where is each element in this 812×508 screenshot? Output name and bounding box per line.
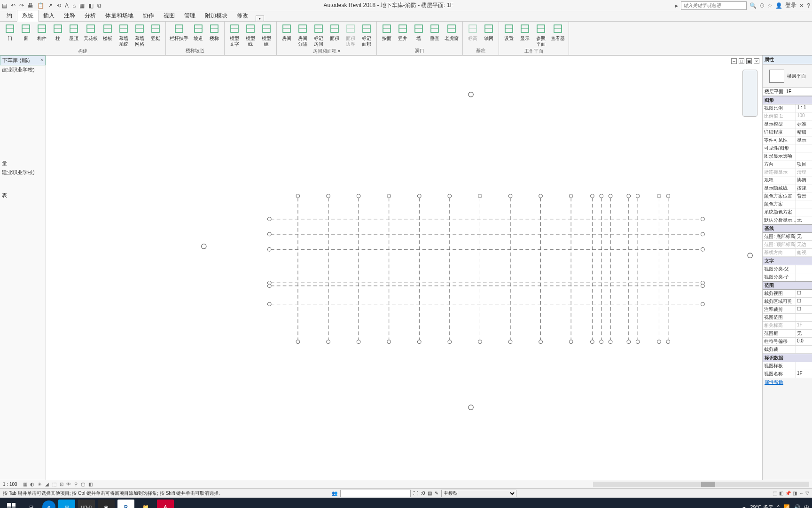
close-view-icon[interactable]: × — [754, 58, 759, 64]
forward-icon[interactable]: ↷ — [19, 2, 24, 9]
ribbon-老虎窗[interactable]: 老虎窗 — [443, 22, 461, 48]
text-icon[interactable]: A — [65, 2, 69, 9]
section-baseline[interactable]: 基线 — [763, 224, 812, 233]
ribbon-天花板[interactable]: 天花板 — [82, 22, 100, 48]
prop-row[interactable]: 规程协调 — [763, 176, 812, 184]
ribbon-模型组[interactable]: 模型组 — [258, 22, 274, 48]
prop-row[interactable]: 图形显示选项 — [763, 152, 812, 160]
ribbon-模型文字[interactable]: 模型文字 — [226, 22, 242, 48]
minimize-icon[interactable]: – — [731, 58, 737, 64]
reveal-icon[interactable]: ⚲ — [74, 482, 78, 487]
temp-hide-icon[interactable]: ▢ — [81, 482, 85, 487]
prop-value[interactable]: 精细 — [796, 128, 812, 136]
sync-icon[interactable]: ⟲ — [56, 2, 61, 9]
mail-icon[interactable]: ✉ — [58, 500, 75, 508]
prop-row[interactable]: 视图范围 — [763, 314, 812, 322]
sel-underlay-icon[interactable]: ◧ — [779, 491, 783, 496]
properties-panel[interactable]: 属性 楼层平面 楼层平面: 1F 图形 视图比例1 : 1比例值 1:100显示… — [762, 56, 812, 480]
ribbon-面积边界[interactable]: 面积边界 — [343, 22, 359, 48]
detail-level-icon[interactable]: ▦ — [23, 482, 27, 487]
analytical-icon[interactable]: ◧ — [88, 482, 93, 487]
editable-icon[interactable]: ✎ — [435, 491, 438, 496]
prop-value[interactable]: ☐ — [796, 290, 812, 297]
ribbon-垂直[interactable]: 垂直 — [427, 22, 443, 48]
rendering-icon[interactable]: ⬚ — [52, 482, 56, 487]
system-tray[interactable]: ☁ 29°C 多云 ^ 📶 🔊 中 — [741, 504, 809, 508]
prop-row[interactable]: 详细程度精细 — [763, 128, 812, 136]
ribbon-标记房间[interactable]: 标记房间 — [311, 22, 327, 48]
tab-analyze[interactable]: 分析 — [80, 10, 101, 21]
print-icon[interactable]: 🖶 — [28, 2, 33, 9]
prop-row[interactable]: 方向项目 — [763, 160, 812, 168]
sel-face-icon[interactable]: ◨ — [793, 491, 797, 496]
autocad-icon[interactable]: A — [157, 500, 174, 508]
select-icon[interactable]: ⛶ — [414, 491, 418, 496]
drag-icon[interactable]: ↔ — [799, 491, 804, 496]
browser-node[interactable]: 表 — [0, 191, 46, 200]
ribbon-设置[interactable]: 设置 — [501, 22, 517, 48]
prop-value[interactable]: 无边 — [796, 241, 812, 248]
revit-taskbar-icon[interactable]: R — [117, 500, 134, 508]
prop-row[interactable]: 可见性/图形 — [763, 144, 812, 152]
ribbon-栏杆扶手[interactable]: 栏杆扶手 — [168, 22, 190, 48]
prop-value[interactable]: 1F — [796, 370, 812, 378]
ribbon-房间[interactable]: 房间 — [279, 22, 295, 48]
prop-row[interactable]: 裁剪视图☐ — [763, 290, 812, 298]
prop-value[interactable]: 按规 — [796, 184, 812, 192]
ribbon-幕墙网格[interactable]: 幕墙网格 — [132, 22, 148, 48]
prop-row[interactable]: 视图分类-子 — [763, 273, 812, 281]
ime-indicator[interactable]: 中 — [804, 504, 809, 508]
prop-row[interactable]: 柱符号偏移0.0 — [763, 338, 812, 346]
browser-node[interactable]: 量 — [0, 159, 46, 168]
prop-value[interactable]: 1F — [796, 322, 812, 329]
ribbon-标记面积[interactable]: 标记面积 — [359, 22, 375, 48]
prop-value[interactable]: ☐ — [796, 306, 812, 313]
prop-row[interactable]: 颜色方案 — [763, 200, 812, 208]
close-hidden-icon[interactable]: ◧ — [88, 2, 94, 9]
workset-icon[interactable]: 👥 — [332, 491, 337, 496]
prop-value[interactable]: 标准 — [796, 120, 812, 128]
ribbon-门[interactable]: 门 — [2, 22, 18, 48]
properties-help-link[interactable]: 属性帮助 — [763, 378, 812, 387]
ribbon-模型线[interactable]: 模型线 — [242, 22, 258, 48]
prop-row[interactable]: 显示模型标准 — [763, 120, 812, 128]
section-iddata[interactable]: 标识数据 — [763, 354, 812, 362]
hide-icon[interactable]: 👁 — [66, 482, 71, 487]
start-button[interactable] — [3, 500, 20, 508]
prop-row[interactable]: 比例值 1:100 — [763, 112, 812, 120]
type-selector[interactable]: 楼层平面 — [763, 64, 812, 88]
crop-icon[interactable]: ⊡ — [60, 482, 63, 487]
close-icon[interactable]: × — [40, 57, 43, 64]
tab-system[interactable]: 系统 — [17, 10, 39, 22]
prop-row[interactable]: 视图分类-父 — [763, 265, 812, 273]
maximize-icon[interactable]: ▣ — [746, 58, 752, 64]
search-arrow-icon[interactable]: ▸ — [675, 2, 678, 9]
ribbon-坡道[interactable]: 坡道 — [190, 22, 206, 48]
ribbon-墙[interactable]: 墙 — [411, 22, 427, 48]
project-browser[interactable]: 下车库-消防× 建业职业学校) 量 建业职业学校) 表 — [0, 56, 46, 480]
prop-value[interactable]: 无 — [796, 216, 812, 224]
prop-value[interactable]: 0.0 — [796, 338, 812, 345]
ribbon-竖井[interactable]: 竖井 — [395, 22, 411, 48]
ribbon-竖梃[interactable]: 竖梃 — [148, 22, 164, 48]
filter-status-icon[interactable]: ▽ — [805, 491, 809, 496]
prop-row[interactable]: 裁剪区域可见☐ — [763, 298, 812, 306]
explorer-icon[interactable]: 📁 — [137, 500, 154, 508]
prop-row[interactable]: 范围: 底部标高无 — [763, 233, 812, 241]
prop-row[interactable]: 颜色方案位置背景 — [763, 192, 812, 200]
ribbon-窗[interactable]: 窗 — [18, 22, 34, 48]
sel-link-icon[interactable]: ⬚ — [773, 491, 777, 496]
back-icon[interactable]: ↶ — [11, 2, 16, 9]
sun-path-icon[interactable]: ☀ — [38, 482, 42, 487]
filter-icon[interactable]: ▤ — [428, 491, 432, 496]
prop-row[interactable]: 视图名称1F — [763, 370, 812, 378]
ribbon-显示[interactable]: 显示 — [517, 22, 533, 48]
tab-collab[interactable]: 协作 — [138, 10, 159, 21]
ribbon-标高[interactable]: 标高 — [465, 22, 481, 48]
ribbon-房间分隔[interactable]: 房间分隔 — [295, 22, 311, 48]
browser-header[interactable]: 下车库-消防× — [0, 56, 46, 65]
switch-windows-icon[interactable]: ⧉ — [97, 2, 102, 9]
exchange-icon[interactable]: ✕ — [799, 2, 804, 9]
login-link[interactable]: 登录 — [785, 1, 796, 9]
section-graphics[interactable]: 图形 — [763, 96, 812, 104]
